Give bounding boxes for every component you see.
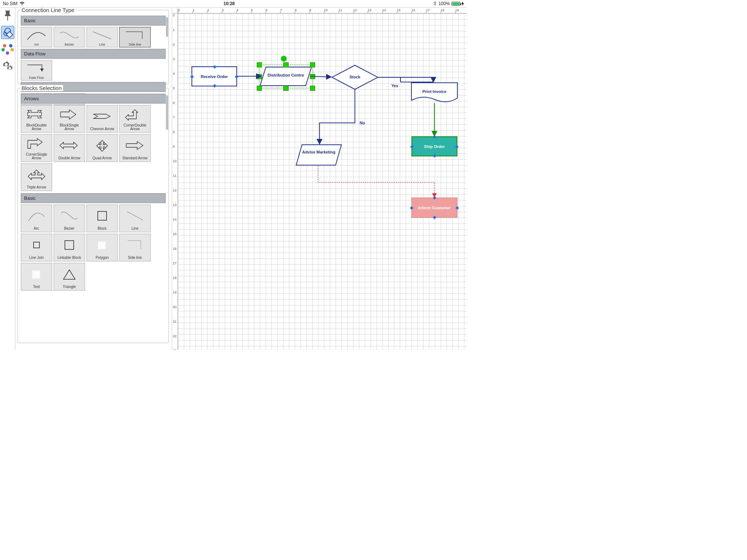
svg-rect-11 [98, 241, 106, 249]
tile-blocksingle-arrow[interactable]: BlockSingle Arrow [54, 105, 85, 133]
svg-rect-9 [34, 242, 39, 248]
svg-rect-1 [6, 32, 12, 38]
tile-triple-arrow[interactable]: Triple Arrow [21, 163, 52, 191]
tile-line-join[interactable]: Line Join [21, 234, 52, 261]
section-arrows: Arrows [21, 94, 166, 104]
settings-tool[interactable] [1, 59, 14, 73]
ruler-tick: 6 [173, 101, 175, 105]
svg-line-17 [310, 76, 331, 77]
tile-linkable-block[interactable]: Linkable Block [54, 234, 85, 261]
svg-rect-7 [98, 211, 107, 220]
tile-dataflow[interactable]: Data Flow [21, 60, 52, 81]
ruler-tick: 12 [173, 188, 177, 192]
bluetooth-icon [433, 1, 437, 7]
ruler-tick: 15 [173, 232, 177, 236]
ruler-tick: 13 [173, 203, 177, 207]
ruler-tick: 21 [173, 320, 177, 323]
tile-double-arrow[interactable]: Double Arrow [54, 134, 85, 162]
connection-panel-title: Connection Line Type [20, 8, 76, 13]
connectors [178, 13, 467, 250]
ruler-tick: 18 [441, 8, 444, 12]
ruler-tick: 15 [397, 8, 400, 12]
shapes-tool[interactable] [1, 26, 14, 39]
clock: 10:28 [224, 1, 235, 6]
tile-text[interactable]: Text [21, 263, 52, 291]
tile-blockdouble-arrow[interactable]: BlockDouble Arrow [21, 105, 52, 133]
tile-quad-arrow[interactable]: Quad Arrow [86, 134, 118, 162]
ruler-tick: 4 [173, 72, 175, 75]
ruler-tick: 19 [455, 8, 459, 12]
tile-arc[interactable]: Arc [21, 205, 52, 232]
ruler-tick: 19 [173, 291, 177, 294]
tile-chevron-arrow[interactable]: Chevron Arrow [86, 105, 118, 133]
svg-point-3 [9, 67, 11, 69]
tile-side-line[interactable]: Side line [119, 234, 151, 261]
ruler-tick: 14 [173, 218, 177, 221]
ruler-tick: 5 [173, 86, 175, 90]
ruler-tick: 8 [173, 130, 175, 134]
ruler-tick: 13 [368, 8, 371, 12]
tile-standard-arrow[interactable]: Standard Arrow [119, 134, 151, 162]
ruler-tick: 9 [173, 145, 175, 148]
tile-bezier[interactable]: Bezier [54, 205, 85, 232]
ruler-tick: 11 [338, 8, 342, 12]
ruler-tick: 16 [173, 247, 177, 250]
tile-sideline[interactable]: Side line [119, 27, 151, 47]
ruler-tick: 20 [173, 305, 177, 309]
svg-rect-10 [65, 241, 74, 249]
toolbar [0, 8, 15, 350]
ruler-corner [172, 8, 178, 13]
ruler-tick: 22 [173, 334, 177, 338]
battery-icon [452, 1, 464, 6]
wifi-icon [19, 1, 25, 6]
ruler-tick: 18 [173, 276, 177, 280]
svg-rect-12 [32, 271, 40, 279]
tile-polygon[interactable]: Polygon [86, 234, 118, 261]
canvas[interactable]: Receive Order Distribution Centre [178, 13, 467, 350]
battery-pct: 100% [438, 1, 450, 6]
ruler-tick: 17 [173, 261, 177, 265]
blocks-panel-title: Blocks Selection [20, 85, 63, 91]
section-basic2: Basic [21, 193, 166, 203]
ruler-tick: 10 [324, 8, 328, 12]
ruler-tick: 1 [173, 28, 175, 32]
ruler-tick: 12 [353, 8, 357, 12]
status-bar: No SIM 10:28 100% [0, 0, 467, 7]
scrollbar[interactable] [166, 17, 168, 37]
tile-cornerdouble-arrow[interactable]: CornerDouble Arrow [119, 105, 151, 133]
ruler-tick: 23 [173, 349, 177, 350]
ruler-tick: 16 [411, 8, 415, 12]
ruler-tick: 10 [173, 159, 177, 163]
ruler-tick: 0 [173, 13, 175, 17]
svg-line-8 [127, 211, 143, 220]
scrollbar[interactable] [166, 95, 168, 130]
tile-triangle[interactable]: Triangle [54, 263, 85, 291]
tile-line[interactable]: Line [86, 27, 118, 47]
section-basic: Basic [21, 16, 166, 26]
svg-line-4 [93, 32, 111, 39]
tile-bezier[interactable]: Bezier [54, 27, 85, 47]
ruler-tick: 3 [173, 57, 175, 61]
tile-line[interactable]: Line [119, 205, 151, 232]
ruler-tick: 11 [173, 174, 177, 178]
ruler-tick: 14 [382, 8, 386, 12]
section-dataflow: Data Flow [21, 49, 166, 59]
palette-panel: Connection Line Type Basic Arc Bezier Li… [15, 8, 172, 350]
ruler-horizontal: 012345678910111213141516171819 [178, 8, 467, 13]
connection-panel: Connection Line Type Basic Arc Bezier Li… [18, 10, 169, 84]
carrier-text: No SIM [3, 1, 18, 6]
blocks-panel: Blocks Selection Arrows BlockDouble Arro… [18, 88, 169, 343]
tile-cornersingle-arrow[interactable]: CornerSingle Arrow [21, 134, 52, 162]
ruler-tick: 17 [426, 8, 430, 12]
ruler-vertical: 01234567891011121314151617181920212223 [172, 13, 178, 350]
canvas-area[interactable]: 012345678910111213141516171819 012345678… [172, 8, 467, 350]
ruler-tick: 2 [173, 43, 175, 46]
pin-tool[interactable] [1, 9, 14, 22]
colors-tool[interactable] [1, 43, 14, 56]
tile-block[interactable]: Block [86, 205, 118, 232]
tile-arc[interactable]: Arc [21, 27, 52, 47]
svg-point-2 [5, 63, 7, 66]
ruler-tick: 7 [173, 116, 175, 119]
